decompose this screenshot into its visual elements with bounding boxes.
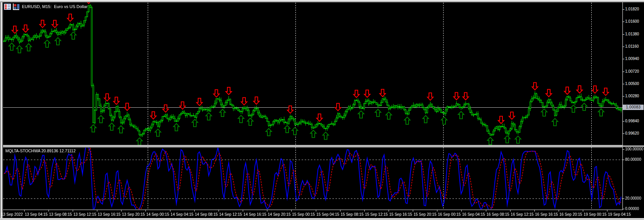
time-axis-tick	[389, 210, 389, 212]
time-axis-tick	[267, 210, 267, 212]
time-axis-tick	[291, 210, 292, 212]
time-axis-tick	[364, 210, 365, 212]
time-axis-label: 15 Sep 08:15	[340, 212, 364, 217]
time-axis-label: 14 Sep 00:15	[146, 212, 169, 217]
time-axis-label: 16 Sep 08:15	[486, 212, 509, 217]
time-axis-tick	[559, 210, 559, 212]
price-axis-label: 1.00940	[625, 57, 639, 61]
time-axis-label: 16 Sep 12:15	[511, 212, 534, 217]
price-axis-tick	[623, 121, 624, 122]
time-axis-tick	[413, 210, 413, 212]
price-axis-label: 1.01820	[625, 7, 639, 12]
time-axis-tick	[316, 210, 316, 212]
time-axis-label: 13 Sep 04:15	[25, 212, 48, 217]
time-axis-tick	[121, 210, 122, 212]
window-bottom-border	[0, 218, 644, 220]
price-axis-label: 1.01160	[625, 44, 639, 49]
price-axis-tick	[623, 9, 624, 10]
time-axis-label: 16 Sep 00:15	[438, 212, 461, 217]
panel-splitter[interactable]	[0, 145, 644, 147]
time-axis-label: 13 Sep 20:15	[122, 212, 145, 217]
chart-canvas[interactable]	[0, 0, 644, 220]
price-axis-tick	[623, 72, 624, 72]
time-axis-tick	[461, 210, 462, 212]
price-axis-label: 1.00280	[625, 94, 639, 98]
time-axis-label: 16 Sep 20:15	[559, 212, 582, 217]
time-axis[interactable]: 13 Sep 202213 Sep 04:1513 Sep 08:1513 Se…	[3, 210, 644, 218]
price-axis-tick	[623, 59, 624, 59]
indicator-scale[interactable]: 100.0000080.0000020.000000.00000	[623, 147, 644, 210]
window-top-border	[0, 0, 644, 2]
time-axis-tick	[24, 210, 25, 212]
time-axis-label: 16 Sep 16:15	[535, 212, 558, 217]
time-axis-tick	[145, 210, 146, 212]
time-axis-tick	[170, 210, 170, 212]
price-axis-tick	[623, 34, 624, 35]
time-axis-label: 14 Sep 12:15	[219, 212, 242, 217]
time-axis-label: 13 Sep 16:15	[98, 212, 121, 217]
time-axis-label: 13 Sep 2022	[1, 212, 23, 217]
time-axis-label: 15 Sep 12:15	[365, 212, 388, 217]
price-axis-label: 1.00720	[625, 69, 639, 74]
price-axis-tick	[623, 47, 624, 47]
price-axis-label: 0.99840	[625, 119, 639, 123]
time-axis-label: 19 Sep 04:15	[608, 212, 631, 217]
time-axis-tick	[534, 210, 535, 212]
time-axis-tick	[48, 210, 49, 212]
indicator-axis-label: 80.00000	[625, 157, 641, 162]
indicator-label: MQLTA-STOCHWA 20.89136 12.71112	[5, 148, 75, 153]
indicator-axis-tick	[623, 149, 624, 150]
time-axis-label: 15 Sep 20:15	[414, 212, 437, 217]
price-axis-label: 0.99620	[625, 131, 639, 136]
time-axis-label: 15 Sep 16:15	[389, 212, 412, 217]
time-axis-label: 15 Sep 00:15	[292, 212, 315, 217]
time-axis-label: 14 Sep 08:15	[195, 212, 218, 217]
time-axis-label: 14 Sep 20:15	[268, 212, 291, 217]
time-axis-tick	[510, 210, 511, 212]
price-axis-label: 1.01380	[625, 32, 639, 37]
time-axis-label: 13 Sep 08:15	[49, 212, 72, 217]
time-axis-tick	[219, 210, 219, 212]
price-scale[interactable]: 1.018201.016001.013801.011601.009401.007…	[623, 2, 644, 145]
price-axis-label: 1.00500	[625, 82, 639, 86]
news-grid-icon[interactable]	[4, 3, 11, 10]
time-axis-tick	[97, 210, 97, 212]
time-axis-label: 16 Sep 04:15	[462, 212, 485, 217]
time-axis-tick	[437, 210, 437, 212]
price-axis-label: 1.01600	[625, 19, 639, 24]
indicator-axis-tick	[623, 198, 624, 199]
time-axis-label: 14 Sep 16:15	[244, 212, 267, 217]
chart-title: EURUSD, M15: Euro vs US Dollar	[22, 4, 88, 9]
time-axis-label: 13 Sep 12:15	[73, 212, 97, 217]
indicator-axis-label: 100.00000	[625, 147, 643, 152]
time-axis-tick	[73, 210, 73, 212]
chart-window-icon[interactable]	[13, 3, 20, 10]
indicator-axis-label: 20.00000	[625, 196, 641, 201]
price-axis-tick	[623, 84, 624, 84]
time-axis-tick	[486, 210, 486, 212]
time-axis-tick	[194, 210, 195, 212]
time-axis-tick	[340, 210, 340, 212]
indicator-axis-tick	[623, 160, 624, 160]
metatrader-chart-window: { "window": { "title": "EURUSD, M15: Eur…	[0, 0, 644, 220]
time-axis-label: 14 Sep 04:15	[170, 212, 194, 217]
current-price-badge: 1.00083	[623, 105, 644, 110]
price-axis-tick	[623, 22, 624, 22]
price-axis-tick	[623, 96, 624, 97]
time-axis-label: 15 Sep 04:15	[316, 212, 339, 217]
time-axis-tick	[243, 210, 243, 212]
time-axis-label: 19 Sep 00:15	[584, 212, 607, 217]
window-left-border	[0, 2, 3, 218]
time-axis-tick	[583, 210, 583, 212]
indicator-axis-tick	[623, 209, 624, 209]
price-axis-tick	[623, 133, 624, 134]
time-axis-tick	[607, 210, 607, 212]
